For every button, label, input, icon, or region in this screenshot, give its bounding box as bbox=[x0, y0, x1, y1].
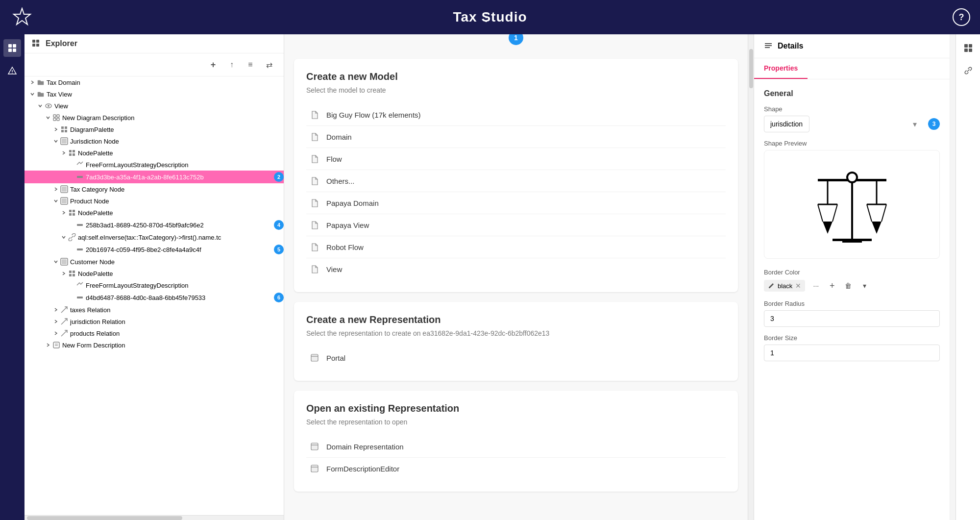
model-item[interactable]: Big Guy Flow (17k elements) bbox=[306, 104, 726, 126]
center-panel: 1 Create a new Model Select the model to… bbox=[284, 34, 748, 520]
tree-item-label: New Diagram Description bbox=[62, 114, 284, 122]
sidebar-warning-icon[interactable] bbox=[3, 62, 21, 79]
svg-rect-39 bbox=[62, 259, 67, 264]
svg-rect-33 bbox=[73, 210, 75, 212]
tree-item-view[interactable]: View⋮ bbox=[24, 100, 284, 112]
tree-item-tax-domain[interactable]: Tax Domain⋮ bbox=[24, 76, 284, 88]
svg-rect-18 bbox=[65, 126, 67, 129]
explorer-scrollbar[interactable] bbox=[24, 515, 284, 520]
color-delete-btn[interactable]: 🗑 bbox=[841, 279, 855, 293]
new-representation-section: Create a new Representation Select the r… bbox=[294, 302, 738, 381]
svg-line-67 bbox=[867, 204, 872, 222]
tree-item-node-palette-1[interactable]: NodePalette⋮ bbox=[24, 147, 284, 159]
chevron-icon bbox=[52, 197, 60, 205]
model-item[interactable]: Domain bbox=[306, 126, 726, 148]
open-representation-item-label: FormDescriptionEditor bbox=[326, 465, 399, 473]
tree-item-product-node[interactable]: Product Node⋮ bbox=[24, 195, 284, 207]
right-sidebar-link-icon[interactable] bbox=[959, 62, 977, 79]
right-sidebar-panel-icon[interactable] bbox=[959, 39, 977, 57]
border-radius-input[interactable] bbox=[764, 310, 940, 327]
tree-item-node-palette-3[interactable]: NodePalette⋮ bbox=[24, 268, 284, 279]
svg-line-66 bbox=[833, 204, 837, 222]
sidebar-explorer-icon[interactable] bbox=[3, 39, 21, 57]
tree-item-uuid-3[interactable]: 20b16974-c059-4f95-8be2-c8fe4a4a9c4f5⋮ bbox=[24, 243, 284, 256]
tree-item-new-form[interactable]: New Form Description⋮ bbox=[24, 339, 284, 351]
new-model-subtitle: Select the model to create bbox=[306, 86, 726, 94]
upload-button[interactable]: ↑ bbox=[224, 57, 239, 72]
tab-properties[interactable]: Properties bbox=[754, 58, 808, 79]
border-color-row: black ✕ ··· + 🗑 ▾ bbox=[764, 279, 940, 293]
tree-item-freeform-1[interactable]: FreeFormLayoutStrategyDescription⋮ bbox=[24, 159, 284, 171]
chevron-icon bbox=[68, 161, 75, 169]
tree-item-jurisdiction-node[interactable]: Jurisdiction Node⋮ bbox=[24, 135, 284, 147]
tree-item-node-palette-2[interactable]: NodePalette⋮ bbox=[24, 207, 284, 219]
center-scrollbar[interactable] bbox=[748, 34, 754, 520]
representation-item[interactable]: Portal bbox=[306, 347, 726, 369]
filter-button[interactable]: ≡ bbox=[243, 57, 258, 72]
explorer-icon bbox=[32, 39, 41, 48]
svg-rect-72 bbox=[964, 44, 968, 48]
svg-rect-10 bbox=[36, 44, 39, 47]
tree-item-diagram-palette[interactable]: DiagramPalette⋮ bbox=[24, 124, 284, 135]
help-button[interactable]: ? bbox=[953, 8, 970, 26]
details-title: Details bbox=[778, 42, 803, 50]
tree-item-new-diagram[interactable]: New Diagram Description⋮ bbox=[24, 112, 284, 124]
model-item[interactable]: Flow bbox=[306, 148, 726, 170]
add-button[interactable]: + bbox=[206, 57, 220, 72]
color-more-btn[interactable]: ··· bbox=[809, 279, 823, 293]
svg-rect-42 bbox=[69, 274, 72, 276]
tree-item-customer-node[interactable]: Customer Node⋮ bbox=[24, 256, 284, 268]
tree-item-jurisdiction-relation[interactable]: jurisdiction Relation⋮ bbox=[24, 316, 284, 327]
new-representation-list: Portal bbox=[306, 347, 726, 369]
tree-item-uuid-2[interactable]: 258b3ad1-8689-4250-870d-45bf9afc96e24⋮ bbox=[24, 219, 284, 231]
color-dropdown-btn[interactable]: ▾ bbox=[858, 279, 871, 293]
color-add-btn[interactable]: + bbox=[825, 279, 839, 293]
model-item[interactable]: Others... bbox=[306, 170, 726, 192]
tree-item-freeform-2[interactable]: FreeFormLayoutStrategyDescription⋮ bbox=[24, 279, 284, 291]
tree-item-uuid-4[interactable]: d4bd6487-8688-4d0c-8aa8-6bb45fe795336⋮ bbox=[24, 291, 284, 304]
tree-item-aql-node[interactable]: aql:self.eInverse(tax::TaxCategory)->fir… bbox=[24, 231, 284, 243]
item-icon bbox=[75, 221, 84, 229]
tree-item-label: FreeFormLayoutStrategyDescription bbox=[86, 282, 284, 289]
tree-item-label: Tax Domain bbox=[47, 79, 284, 86]
model-item[interactable]: Papaya View bbox=[306, 214, 726, 236]
svg-rect-29 bbox=[62, 187, 67, 192]
svg-rect-27 bbox=[77, 176, 83, 178]
explorer-header: Explorer bbox=[24, 34, 284, 53]
svg-rect-24 bbox=[73, 150, 75, 152]
tree-item-products-relation[interactable]: products Relation⋮ bbox=[24, 327, 284, 339]
model-item-label: View bbox=[326, 265, 342, 273]
open-representation-item[interactable]: Domain Representation bbox=[306, 436, 726, 458]
tree-item-uuid-1[interactable]: 7ad3d3be-a35a-4f1a-a2ab-8fe6113c752b2 bbox=[24, 171, 284, 183]
layout-icon bbox=[75, 160, 84, 169]
open-representation-item[interactable]: FormDescriptionEditor bbox=[306, 458, 726, 479]
model-item[interactable]: Robot Flow bbox=[306, 236, 726, 258]
header-menu-icon[interactable]: ⋮ bbox=[480, 10, 492, 24]
tree-item-tax-view[interactable]: Tax View⋮ bbox=[24, 88, 284, 100]
tree-item-tax-category-node[interactable]: Tax Category Node⋮ bbox=[24, 183, 284, 195]
border-size-input[interactable] bbox=[764, 345, 940, 361]
svg-rect-44 bbox=[77, 297, 83, 298]
diagram-icon bbox=[52, 113, 61, 122]
model-item[interactable]: View bbox=[306, 258, 726, 280]
details-scrollbar[interactable] bbox=[950, 34, 956, 520]
model-item-label: Domain bbox=[326, 133, 352, 141]
swap-button[interactable]: ⇄ bbox=[262, 57, 276, 72]
explorer-toolbar: + ↑ ≡ ⇄ bbox=[24, 53, 284, 76]
color-remove-icon[interactable]: ✕ bbox=[795, 282, 801, 290]
tree-item-label: taxes Relation bbox=[70, 306, 284, 314]
tree-item-taxes-relation[interactable]: taxes Relation⋮ bbox=[24, 304, 284, 316]
shape-select-wrapper: jurisdiction bbox=[764, 116, 922, 132]
svg-rect-40 bbox=[69, 271, 72, 273]
logo[interactable] bbox=[10, 5, 34, 29]
svg-rect-45 bbox=[53, 342, 59, 348]
model-item[interactable]: Papaya Domain bbox=[306, 192, 726, 214]
shape-select[interactable]: jurisdiction bbox=[764, 116, 809, 132]
details-header: Details bbox=[754, 34, 950, 58]
chevron-icon bbox=[52, 306, 60, 314]
file-icon bbox=[309, 219, 320, 231]
chevron-icon bbox=[68, 281, 75, 289]
model-item-label: Papaya View bbox=[326, 221, 369, 229]
tree-item-label: products Relation bbox=[70, 330, 284, 337]
svg-rect-25 bbox=[69, 153, 72, 156]
